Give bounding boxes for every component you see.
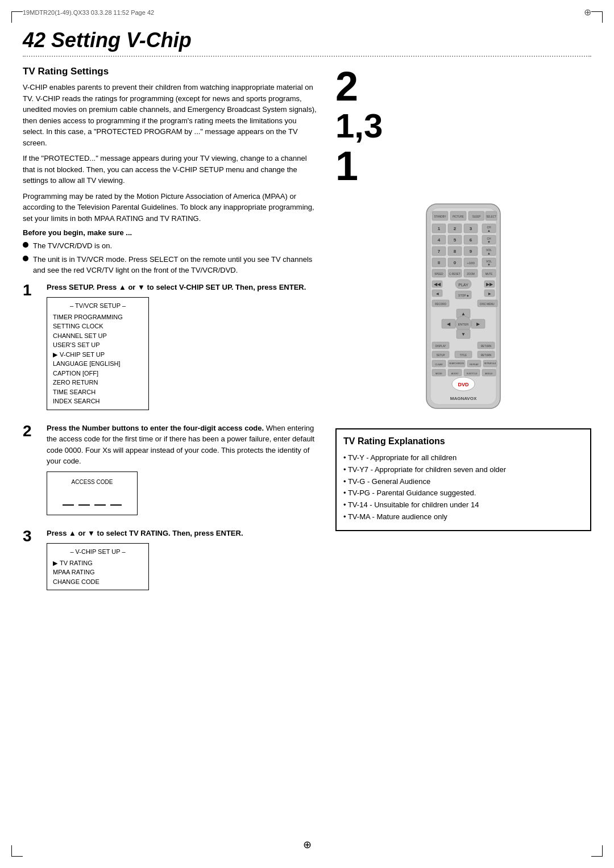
svg-text:ENTER: ENTER — [458, 323, 469, 326]
access-code-label: ACCESS CODE — [53, 478, 131, 486]
svg-text:▼: ▼ — [487, 240, 491, 244]
svg-text:SELECT: SELECT — [486, 215, 496, 218]
step-2-container: 2 Press the Number buttons to enter the … — [23, 423, 318, 520]
tv-rating-para-1: V-CHIP enables parents to prevent their … — [23, 82, 318, 148]
crop-mark-tr-v — [602, 11, 603, 23]
svg-text:ZOOM: ZOOM — [467, 273, 475, 276]
tv-rating-item-5: • TV-14 - Unsuitable for children under … — [343, 499, 583, 511]
menu-item-vchip: ▶ V-CHIP SET UP — [53, 350, 143, 360]
svg-text:4: 4 — [438, 237, 441, 243]
menu-item-language: LANGUAGE [ENGLISH] — [53, 359, 143, 369]
svg-text:DISC MENU: DISC MENU — [480, 303, 494, 306]
svg-text:DVD: DVD — [458, 382, 469, 387]
step-3-content: Press ▲ or ▼ to select TV RATING. Then, … — [47, 528, 318, 595]
side-number-1: 1 — [335, 145, 358, 186]
svg-text:◀: ◀ — [447, 322, 451, 327]
step-3-menu-item-tv: ▶ TV RATING — [53, 558, 143, 568]
header-left-text: 19MDTR20(1-49).QX33 03.3.28 11:52 Page 4… — [23, 9, 154, 16]
dash-4 — [110, 494, 122, 506]
svg-text:AUDIO: AUDIO — [451, 372, 459, 375]
access-code-box: ACCESS CODE — [47, 471, 138, 515]
svg-text:PLAY: PLAY — [458, 283, 468, 287]
menu-item-zero: ZERO RETURN — [53, 378, 143, 387]
tv-rating-item-1: • TV-Y - Appropriate for all children — [343, 452, 583, 464]
access-code-dashes — [53, 491, 131, 509]
step-3-menu-arrow: ▶ — [53, 558, 57, 568]
svg-text:+100: +100 — [467, 261, 475, 265]
remote-illustration-container: STANDBY PICTURE SLEEP SELECT 1 2 3 — [335, 201, 591, 417]
svg-text:3: 3 — [470, 226, 472, 231]
side-number-2: 2 — [335, 66, 358, 107]
svg-text:MAGNAVOX: MAGNAVOX — [450, 396, 477, 401]
tv-rating-para-3: Programming may be rated by the Motion P… — [23, 191, 318, 224]
remote-svg: STANDBY PICTURE SLEEP SELECT 1 2 3 — [418, 201, 509, 417]
step-1-menu-title: – TV/VCR SETUP – — [53, 301, 143, 311]
tv-rating-settings-heading: TV Rating Settings — [23, 66, 318, 77]
svg-text:RECORD: RECORD — [435, 303, 446, 306]
svg-text:MUTE: MUTE — [486, 273, 493, 276]
step-1-number: 1 — [23, 282, 40, 299]
side-number-13: 1,3 — [335, 109, 383, 143]
svg-text:▼: ▼ — [487, 263, 491, 266]
svg-text:PICTURE: PICTURE — [453, 215, 464, 218]
svg-text:RETURN: RETURN — [481, 345, 492, 348]
dash-3 — [94, 494, 106, 506]
crop-mark-tl-v — [11, 11, 12, 23]
step-2-number: 2 — [23, 423, 40, 440]
svg-text:STOP ■: STOP ■ — [458, 294, 468, 297]
tv-rating-explanations-box: TV Rating Explanations • TV-Y - Appropri… — [335, 428, 591, 531]
svg-text:SETUP: SETUP — [436, 354, 445, 357]
step-3-container: 3 Press ▲ or ▼ to select TV RATING. Then… — [23, 528, 318, 595]
step-3-menu-item-code: CHANGE CODE — [53, 577, 143, 587]
steps-section: 1 Press SETUP. Press ▲ or ▼ to select V-… — [23, 282, 318, 595]
crop-mark-tl-h — [11, 11, 23, 12]
page-title: 42 Setting V-Chip — [23, 28, 591, 52]
svg-text:REPEAT: REPEAT — [470, 363, 479, 366]
step-1-instruction: Press SETUP. Press ▲ or ▼ to select V-CH… — [47, 282, 318, 293]
tv-rating-settings-section: TV Rating Settings V-CHIP enables parent… — [23, 66, 318, 276]
menu-item-users: USER'S SET UP — [53, 340, 143, 350]
tv-rating-item-2: • TV-Y7 - Appropriate for children seven… — [343, 464, 583, 476]
step-3-menu-item-mpaa: MPAA RATING — [53, 567, 143, 577]
right-column: 2 1,3 1 STANDBY PICTURE SLEEP — [335, 66, 591, 603]
dash-2 — [78, 494, 90, 506]
menu-item-index: INDEX SEARCH — [53, 397, 143, 406]
tv-rating-item-6: • TV-MA - Mature audience only — [343, 511, 583, 523]
step-1-container: 1 Press SETUP. Press ▲ or ▼ to select V-… — [23, 282, 318, 415]
side-numbers-area: 2 1,3 1 — [335, 66, 591, 195]
step-3-instruction: Press ▲ or ▼ to select TV RATING. Then, … — [47, 528, 318, 539]
bullet-dot-2 — [23, 256, 28, 261]
bullet-text-1: The TV/VCR/DVD is on. — [33, 240, 112, 252]
svg-text:0: 0 — [454, 260, 457, 265]
bullet-text-2: The unit is in TV/VCR mode. Press SELECT… — [33, 254, 318, 276]
crop-mark-br-v — [602, 845, 603, 857]
menu-item-clock: SETTING CLOCK — [53, 322, 143, 331]
svg-text:▼: ▼ — [461, 332, 466, 337]
step-3-menu-title: – V-CHIP SET UP – — [53, 547, 143, 557]
svg-text:TITLE: TITLE — [460, 354, 467, 357]
svg-text:DISPLAY: DISPLAY — [435, 345, 446, 348]
bottom-crosshair: ⊕ — [303, 838, 312, 851]
bullet-dot-1 — [23, 242, 28, 248]
tv-rating-item-3: • TV-G - General Audience — [343, 476, 583, 488]
svg-text:MODE: MODE — [435, 372, 442, 375]
svg-text:8: 8 — [454, 249, 457, 254]
crop-mark-bl-v — [11, 845, 12, 857]
crop-mark-tr-h — [591, 11, 603, 12]
svg-text:SUBTITLE: SUBTITLE — [466, 372, 477, 375]
svg-text:6: 6 — [470, 237, 472, 243]
before-begin-heading: Before you begin, make sure ... — [23, 228, 318, 237]
svg-text:1: 1 — [438, 226, 441, 231]
step-2-content: Press the Number buttons to enter the fo… — [47, 423, 318, 520]
svg-text:▲: ▲ — [487, 252, 491, 255]
svg-text:ANGLE: ANGLE — [485, 372, 493, 375]
tv-rating-explanations-title: TV Rating Explanations — [343, 436, 583, 446]
svg-text:REPEAT A-B: REPEAT A-B — [484, 362, 496, 365]
menu-item-caption: CAPTION [OFF] — [53, 369, 143, 378]
page-content: 42 Setting V-Chip TV Rating Settings V-C… — [23, 28, 591, 845]
header-bar: 19MDTR20(1-49).QX33 03.3.28 11:52 Page 4… — [23, 7, 591, 18]
svg-text:▶: ▶ — [476, 322, 480, 327]
svg-text:SLEEP: SLEEP — [472, 215, 481, 218]
svg-text:▶: ▶ — [488, 292, 491, 295]
svg-text:SEARCH/MODE: SEARCH/MODE — [449, 362, 464, 365]
